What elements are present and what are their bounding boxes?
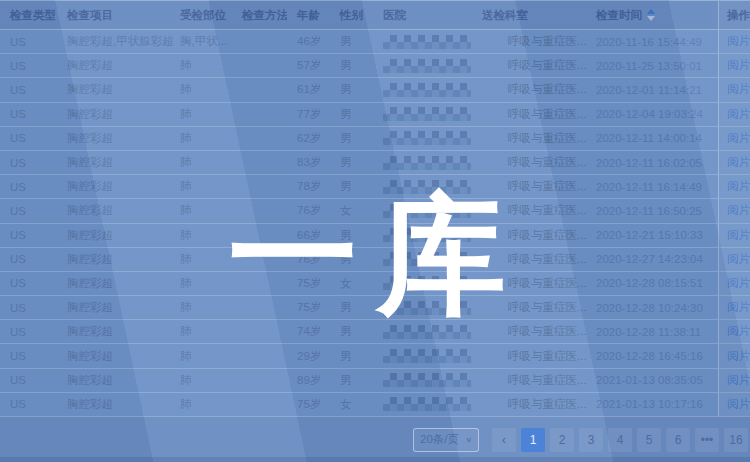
- cell-exam-time: 2020-11-16 15:44:49: [592, 36, 718, 48]
- cell-hospital: [373, 349, 478, 363]
- cell-exam-type: US: [0, 302, 57, 314]
- cell-gender: 男: [330, 373, 373, 388]
- cell-exam-item: 胸腔彩超,甲状腺彩超: [57, 34, 175, 49]
- cell-actions: 阅片: [718, 344, 750, 367]
- sort-control[interactable]: [647, 9, 655, 21]
- view-images-link[interactable]: 阅片: [727, 58, 750, 73]
- pagination-page-4[interactable]: 4: [608, 428, 632, 452]
- cell-exam-time: 2020-12-01 11:14:21: [592, 84, 718, 96]
- view-images-link[interactable]: 阅片: [727, 203, 750, 218]
- cell-exam-item: 胸腔彩超: [57, 276, 175, 291]
- table-row: US 胸腔彩超 肺 89岁 男 呼吸与重症医... 2021-01-13 08:…: [0, 369, 750, 393]
- pagination-pages: 123456•••16: [521, 428, 748, 452]
- pagination-prev-button[interactable]: ‹: [492, 428, 516, 452]
- pagination-more-button[interactable]: •••: [695, 428, 719, 452]
- view-images-link[interactable]: 阅片: [727, 155, 750, 170]
- pagination-page-1[interactable]: 1: [521, 428, 545, 452]
- pagination-bar: 20条/页 ∨ ‹ 123456•••16: [0, 417, 750, 462]
- cell-gender: 男: [330, 349, 373, 364]
- redacted-hospital-name: [383, 252, 471, 266]
- redacted-hospital-name: [383, 397, 471, 411]
- cell-gender: 男: [330, 300, 373, 315]
- view-images-link[interactable]: 阅片: [727, 252, 750, 267]
- column-header-exam-item: 检查项目: [57, 8, 175, 23]
- view-images-link[interactable]: 阅片: [727, 300, 750, 315]
- view-images-link[interactable]: 阅片: [727, 228, 750, 243]
- cell-exam-time: 2020-12-28 11:38:11: [592, 326, 718, 338]
- view-images-link[interactable]: 阅片: [727, 397, 750, 412]
- pagination-page-16[interactable]: 16: [724, 428, 748, 452]
- view-images-link[interactable]: 阅片: [727, 276, 750, 291]
- column-header-exam-time[interactable]: 检查时间: [592, 8, 718, 23]
- redacted-hospital-name: [383, 59, 471, 73]
- column-header-exam-method: 检查方法: [232, 8, 287, 23]
- table-row: US 胸腔彩超 肺 78岁 男 呼吸与重症医... 2020-12-11 16:…: [0, 175, 750, 199]
- cell-exam-item: 胸腔彩超: [57, 82, 175, 97]
- cell-exam-item: 胸腔彩超: [57, 324, 175, 339]
- view-images-link[interactable]: 阅片: [727, 34, 750, 49]
- cell-gender: 女: [330, 203, 373, 218]
- cell-department: 呼吸与重症医...: [478, 34, 592, 49]
- cell-department: 呼吸与重症医...: [478, 373, 592, 388]
- sort-descending-icon[interactable]: [647, 16, 655, 21]
- pagination-page-6[interactable]: 6: [666, 428, 690, 452]
- cell-hospital: [373, 373, 478, 387]
- cell-exam-item: 胸腔彩超: [57, 228, 175, 243]
- column-header-hospital: 医院: [373, 8, 478, 23]
- pagination-page-5[interactable]: 5: [637, 428, 661, 452]
- cell-gender: 女: [330, 276, 373, 291]
- view-images-link[interactable]: 阅片: [727, 107, 750, 122]
- cell-exam-item: 胸腔彩超: [57, 252, 175, 267]
- cell-exam-type: US: [0, 374, 57, 386]
- cell-hospital: [373, 156, 478, 170]
- pagination-page-2[interactable]: 2: [550, 428, 574, 452]
- cell-exam-time: 2021-01-13 08:35:05: [592, 374, 718, 386]
- view-images-link[interactable]: 阅片: [727, 179, 750, 194]
- cell-exam-type: US: [0, 36, 57, 48]
- cell-exam-type: US: [0, 229, 57, 241]
- view-images-link[interactable]: 阅片: [727, 82, 750, 97]
- cell-hospital: [373, 397, 478, 411]
- cell-department: 呼吸与重症医...: [478, 324, 592, 339]
- cell-exam-time: 2020-12-11 16:02:05: [592, 157, 718, 169]
- cell-exam-type: US: [0, 350, 57, 362]
- cell-exam-type: US: [0, 205, 57, 217]
- pagination-page-3[interactable]: 3: [579, 428, 603, 452]
- cell-gender: 男: [330, 107, 373, 122]
- redacted-hospital-name: [383, 276, 471, 290]
- cell-actions: 阅片: [718, 54, 750, 77]
- column-header-age: 年龄: [287, 8, 330, 23]
- cell-exam-time: 2020-12-28 10:24:30: [592, 302, 718, 314]
- redacted-hospital-name: [383, 83, 471, 97]
- table-row: US 胸腔彩超 肺 62岁 男 呼吸与重症医... 2020-12-11 14:…: [0, 127, 750, 151]
- cell-department: 呼吸与重症医...: [478, 179, 592, 194]
- cell-gender: 男: [330, 179, 373, 194]
- cell-exam-item: 胸腔彩超: [57, 300, 175, 315]
- cell-exam-item: 胸腔彩超: [57, 397, 175, 412]
- redacted-hospital-name: [383, 131, 471, 145]
- cell-actions: 阅片: [718, 127, 750, 150]
- cell-age: 89岁: [287, 373, 330, 388]
- redacted-hospital-name: [383, 156, 471, 170]
- cell-exam-type: US: [0, 326, 57, 338]
- cell-actions: 阅片: [718, 248, 750, 271]
- cell-body-part: 肺: [175, 179, 232, 194]
- cell-actions: 阅片: [718, 296, 750, 319]
- redacted-hospital-name: [383, 35, 471, 49]
- cell-body-part: 肺: [175, 203, 232, 218]
- cell-actions: 阅片: [718, 151, 750, 174]
- page-size-select[interactable]: 20条/页 ∨: [413, 428, 479, 452]
- cell-hospital: [373, 204, 478, 218]
- cell-age: 76岁: [287, 203, 330, 218]
- cell-body-part: 肺: [175, 228, 232, 243]
- cell-actions: 阅片: [718, 320, 750, 343]
- sort-ascending-icon[interactable]: [647, 9, 655, 14]
- cell-exam-type: US: [0, 132, 57, 144]
- view-images-link[interactable]: 阅片: [727, 131, 750, 146]
- view-images-link[interactable]: 阅片: [727, 349, 750, 364]
- view-images-link[interactable]: 阅片: [727, 373, 750, 388]
- view-images-link[interactable]: 阅片: [727, 324, 750, 339]
- cell-age: 62岁: [287, 131, 330, 146]
- cell-gender: 男: [330, 131, 373, 146]
- table-row: US 胸腔彩超 肺 83岁 男 呼吸与重症医... 2020-12-11 16:…: [0, 151, 750, 175]
